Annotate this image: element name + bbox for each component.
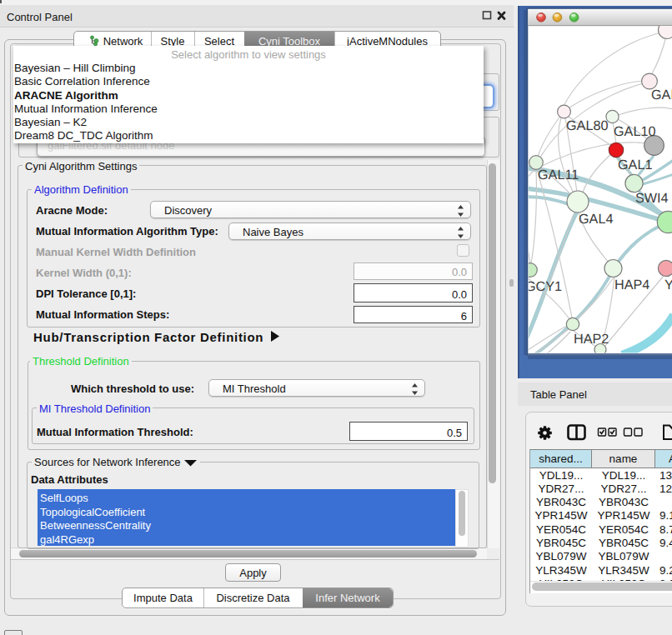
svg-text:GAL10: GAL10 (614, 124, 655, 139)
svg-text:GAL4: GAL4 (579, 212, 613, 227)
svg-text:HAP2: HAP2 (574, 332, 609, 347)
svg-text:GAL1: GAL1 (618, 158, 652, 172)
svg-text:GAL7: GAL7 (651, 88, 672, 102)
svg-text:GAL80: GAL80 (566, 118, 608, 133)
svg-text:SWI4: SWI4 (635, 191, 669, 206)
svg-text:YM: YM (664, 278, 672, 292)
svg-text:GCY1: GCY1 (525, 279, 562, 294)
svg-text:GAL11: GAL11 (538, 168, 579, 182)
svg-text:HAP4: HAP4 (614, 278, 649, 292)
